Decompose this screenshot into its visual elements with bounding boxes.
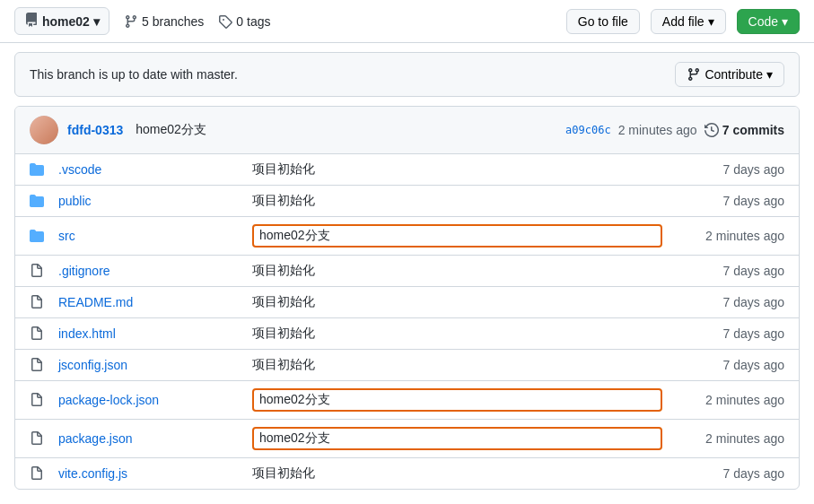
commit-message: home02分支: [136, 122, 206, 138]
commit-hash[interactable]: a09c06c: [565, 124, 611, 136]
file-name[interactable]: .gitignore: [58, 264, 238, 278]
tags-info[interactable]: 0 tags: [218, 14, 270, 29]
file-message: 项目初始化: [252, 161, 662, 178]
file-message: home02分支: [252, 224, 662, 248]
contribute-dropdown-icon: ▾: [766, 67, 773, 82]
file-name[interactable]: package-lock.json: [58, 393, 238, 407]
folder-icon: [30, 162, 44, 177]
repo-icon: [24, 13, 39, 30]
table-row: vite.config.js 项目初始化 7 days ago: [15, 458, 799, 489]
file-time: 2 minutes ago: [677, 393, 784, 407]
table-row: package.json home02分支 2 minutes ago: [15, 420, 799, 458]
commits-count: 7: [722, 123, 730, 137]
file-icon: [30, 264, 44, 278]
code-label: Code: [748, 14, 778, 29]
table-row: jsconfig.json 项目初始化 7 days ago: [15, 350, 799, 381]
file-message: home02分支: [252, 388, 662, 412]
top-bar: home02 ▾ 5 branches 0 tags Go to file Ad…: [0, 0, 814, 43]
file-rows: .vscode 项目初始化 7 days ago public 项目初始化 7 …: [15, 154, 799, 489]
branch-status-bar: This branch is up to date with master. C…: [14, 52, 800, 97]
repo-dropdown-icon: ▾: [93, 14, 100, 29]
branches-label: branches: [153, 14, 205, 29]
branch-tag-info: 5 branches 0 tags: [124, 14, 271, 29]
file-message: home02分支: [252, 427, 662, 450]
branches-count: 5: [142, 14, 149, 29]
file-name[interactable]: vite.config.js: [58, 466, 238, 481]
file-time: 7 days ago: [677, 326, 784, 341]
commit-time: 2 minutes ago: [618, 123, 697, 137]
folder-icon: [30, 229, 44, 243]
file-icon: [30, 295, 44, 309]
branches-info[interactable]: 5 branches: [124, 14, 204, 29]
repo-selector[interactable]: home02 ▾: [14, 7, 109, 35]
commit-meta: a09c06c 2 minutes ago 7 commits: [565, 123, 784, 137]
file-icon: [30, 326, 44, 341]
table-row: README.md 项目初始化 7 days ago: [15, 287, 799, 318]
repo-name: home02: [42, 14, 90, 29]
add-file-button[interactable]: Add file ▾: [651, 9, 726, 34]
file-time: 7 days ago: [677, 295, 784, 309]
file-time: 7 days ago: [677, 194, 784, 208]
file-name[interactable]: index.html: [58, 326, 238, 341]
file-message: 项目初始化: [252, 294, 662, 310]
contribute-label: Contribute: [705, 67, 763, 82]
file-message: 项目初始化: [252, 326, 662, 342]
add-file-dropdown-icon: ▾: [708, 14, 714, 29]
file-name[interactable]: README.md: [58, 295, 238, 309]
file-name[interactable]: .vscode: [58, 162, 238, 177]
file-time: 7 days ago: [677, 466, 784, 481]
repo-table: fdfd-0313 home02分支 a09c06c 2 minutes ago…: [14, 106, 800, 490]
goto-file-button[interactable]: Go to file: [566, 9, 640, 34]
code-button[interactable]: Code ▾: [737, 9, 800, 34]
add-file-label: Add file: [662, 14, 705, 29]
avatar: [30, 116, 58, 144]
table-row: public 项目初始化 7 days ago: [15, 186, 799, 217]
table-row: index.html 项目初始化 7 days ago: [15, 318, 799, 350]
branch-status-message: This branch is up to date with master.: [30, 67, 238, 82]
folder-icon: [30, 194, 44, 208]
file-time: 7 days ago: [677, 358, 784, 372]
file-time: 2 minutes ago: [677, 229, 784, 243]
file-name[interactable]: public: [58, 194, 238, 208]
commits-label: commits: [732, 123, 784, 137]
file-message: 项目初始化: [252, 193, 662, 209]
commit-username[interactable]: fdfd-0313: [67, 123, 123, 137]
file-message: 项目初始化: [252, 465, 662, 482]
table-row: package-lock.json home02分支 2 minutes ago: [15, 381, 799, 420]
file-message: 项目初始化: [252, 357, 662, 373]
file-name[interactable]: src: [58, 229, 238, 243]
table-row: .gitignore 项目初始化 7 days ago: [15, 256, 799, 287]
file-time: 7 days ago: [677, 162, 784, 177]
file-icon: [30, 466, 44, 481]
table-row: src home02分支 2 minutes ago: [15, 217, 799, 256]
commits-link[interactable]: 7 commits: [705, 123, 784, 137]
file-time: 2 minutes ago: [677, 431, 784, 446]
file-message: 项目初始化: [252, 263, 662, 279]
file-icon: [30, 431, 44, 446]
contribute-button[interactable]: Contribute ▾: [675, 62, 784, 87]
table-row: .vscode 项目初始化 7 days ago: [15, 154, 799, 186]
tags-label: tags: [247, 14, 270, 29]
file-icon: [30, 358, 44, 372]
tags-count: 0: [236, 14, 243, 29]
file-name[interactable]: jsconfig.json: [58, 358, 238, 372]
code-dropdown-icon: ▾: [782, 14, 788, 29]
file-icon: [30, 393, 44, 407]
file-time: 7 days ago: [677, 264, 784, 278]
file-name[interactable]: package.json: [58, 431, 238, 446]
repo-header: fdfd-0313 home02分支 a09c06c 2 minutes ago…: [15, 107, 799, 154]
